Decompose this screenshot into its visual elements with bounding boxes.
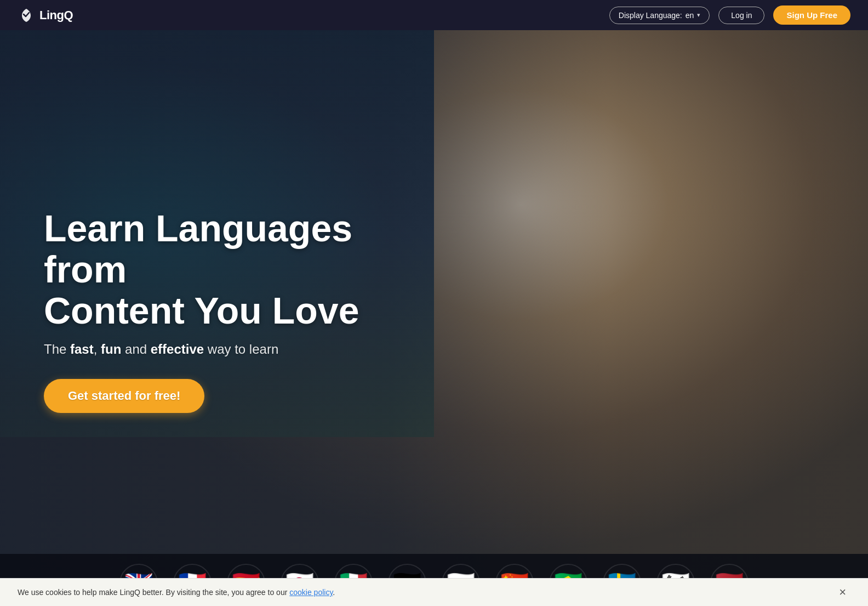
signup-button[interactable]: Sign Up Free [773,5,850,25]
cookie-policy-link[interactable]: cookie policy [289,588,333,597]
logo-icon [18,7,35,24]
display-language-button[interactable]: Display Language: en ▾ [609,7,710,24]
chevron-down-icon: ▾ [697,12,700,19]
logo[interactable]: LingQ [18,7,73,24]
cta-button[interactable]: Get started for free! [44,379,204,413]
display-language-value: en [686,11,694,20]
logo-text: LingQ [39,8,73,22]
cookie-close-button[interactable]: × [835,586,850,598]
display-language-label: Display Language: [619,11,682,20]
cookie-banner: We use cookies to help make LingQ better… [0,578,868,606]
hero-content: Learn Languages from Content You Love Th… [44,208,427,413]
nav-actions: Display Language: en ▾ Log in Sign Up Fr… [609,5,850,25]
cookie-message: We use cookies to help make LingQ better… [18,588,335,597]
hero-title: Learn Languages from Content You Love [44,208,427,331]
hero-subtitle: The fast, fun and effective way to learn [44,342,427,357]
navbar: LingQ Display Language: en ▾ Log in Sign… [0,0,868,30]
hero-section: Learn Languages from Content You Love Th… [0,30,868,606]
login-button[interactable]: Log in [718,7,764,24]
